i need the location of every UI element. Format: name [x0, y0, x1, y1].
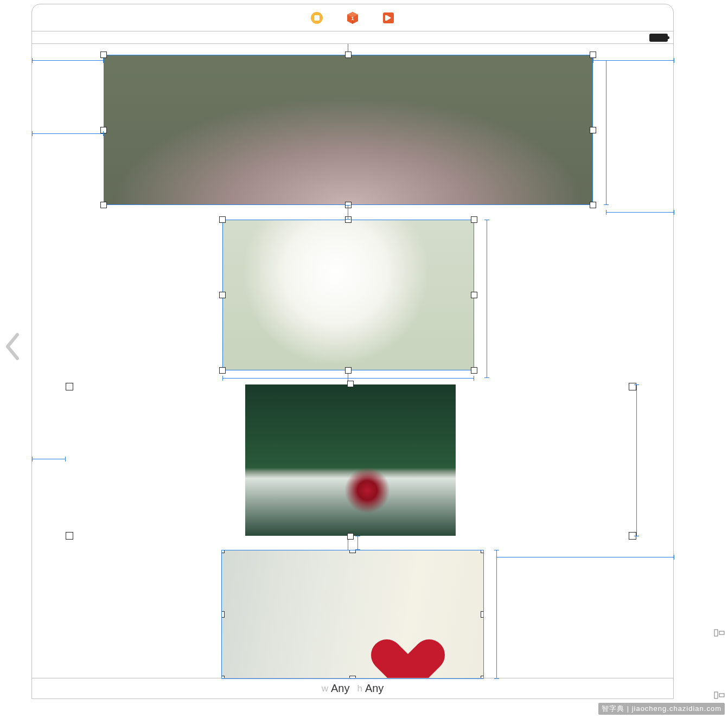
constraint-guide[interactable]: [636, 384, 637, 536]
w-prefix: w: [322, 683, 328, 694]
canvas[interactable]: [32, 44, 673, 678]
status-bar: [32, 31, 673, 44]
constraint-guide[interactable]: [496, 550, 497, 679]
svg-rect-6: [719, 631, 724, 634]
resize-handle[interactable]: [219, 292, 226, 298]
align-tool-icon[interactable]: [714, 629, 726, 638]
bridge-image-view[interactable]: [104, 55, 593, 205]
resize-handle[interactable]: [590, 202, 596, 208]
svg-rect-7: [714, 692, 718, 698]
constraint-guide[interactable]: [222, 378, 474, 379]
resize-handle[interactable]: [471, 292, 477, 298]
library-toolbar: 1: [32, 4, 673, 31]
resize-handle[interactable]: [345, 52, 352, 58]
resize-handle[interactable]: [590, 52, 596, 58]
resize-handle[interactable]: [347, 381, 354, 387]
resize-handle[interactable]: [219, 367, 226, 374]
constraint-guide[interactable]: [348, 205, 348, 220]
resize-handle[interactable]: [345, 216, 352, 223]
resize-handle[interactable]: [590, 127, 596, 133]
constraint-guide[interactable]: [32, 60, 104, 61]
selection-handles[interactable]: [245, 384, 456, 536]
svg-rect-5: [714, 630, 718, 636]
cube-icon[interactable]: 1: [346, 11, 360, 25]
resize-handle[interactable]: [100, 127, 107, 133]
h-value: Any: [365, 682, 384, 695]
heart-image-view[interactable]: [221, 550, 484, 679]
heart-icon: [385, 640, 444, 679]
resize-handle[interactable]: [347, 533, 354, 540]
watermark: 智字典 | jiaocheng.chazidian.com: [598, 703, 725, 715]
back-chevron[interactable]: [0, 329, 25, 364]
svg-rect-8: [719, 694, 724, 697]
resize-handle[interactable]: [481, 611, 484, 618]
svg-rect-1: [314, 15, 320, 21]
rose-image-view[interactable]: [245, 384, 456, 536]
constraint-guide[interactable]: [496, 557, 674, 557]
selection-handles[interactable]: [221, 550, 484, 679]
w-value: Any: [331, 682, 349, 695]
device-frame: 1: [31, 4, 674, 699]
resize-handle[interactable]: [349, 550, 356, 553]
resize-handle[interactable]: [471, 216, 477, 223]
resize-handle[interactable]: [471, 367, 477, 374]
flowers-image-view[interactable]: [222, 220, 474, 370]
resize-handle[interactable]: [345, 367, 352, 374]
constraint-guide[interactable]: [32, 133, 104, 134]
selection-handles[interactable]: [104, 55, 593, 205]
resize-handle[interactable]: [221, 550, 225, 553]
constraint-guide[interactable]: [32, 459, 66, 459]
h-prefix: h: [357, 683, 362, 694]
constraint-guide[interactable]: [487, 220, 487, 378]
constraint-guide[interactable]: [606, 212, 674, 213]
resize-handle[interactable]: [100, 52, 107, 58]
selection-handles[interactable]: [222, 220, 474, 370]
align-tool-icon[interactable]: [714, 691, 726, 700]
svg-text:1: 1: [351, 16, 354, 21]
resize-handle[interactable]: [221, 611, 225, 618]
constraint-guide[interactable]: [357, 536, 358, 550]
resize-handle[interactable]: [100, 202, 107, 208]
size-class-bar[interactable]: w Any h Any: [32, 678, 673, 698]
constraint-marker[interactable]: [66, 532, 73, 540]
chip-icon[interactable]: [310, 11, 324, 25]
constraint-guide[interactable]: [606, 60, 606, 205]
resize-handle[interactable]: [219, 216, 226, 223]
exit-icon[interactable]: [381, 11, 395, 25]
resize-handle[interactable]: [481, 550, 484, 553]
svg-rect-4: [385, 15, 387, 21]
battery-icon: [649, 34, 668, 42]
constraint-marker[interactable]: [66, 383, 73, 390]
